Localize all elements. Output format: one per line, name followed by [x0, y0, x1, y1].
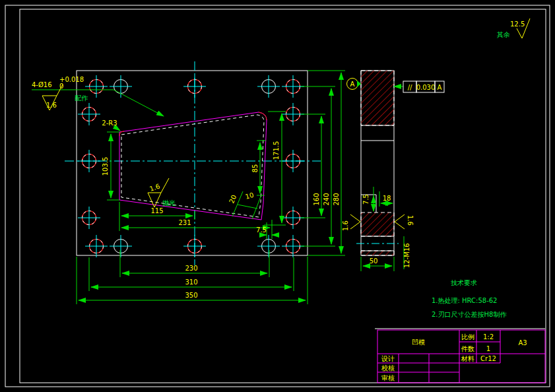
tech-req-item: 2.刃口尺寸公差按H8制作: [432, 311, 507, 318]
hatch-regions: [361, 71, 394, 255]
fillet-arc: [259, 112, 267, 120]
dim-step-depth: 7.5: [362, 194, 370, 205]
qty-label: 件数: [461, 345, 474, 352]
hole-callout-text: 4-Ø16: [32, 81, 52, 88]
title-block: 凹模 比例 1:2 件数 1 A3 材料 Cr12 设计 校核 审核: [375, 329, 545, 383]
roughness-left-value: 1.6: [342, 220, 349, 231]
hole-fit-note: 配作: [75, 94, 88, 102]
dim-20: 20: [228, 194, 238, 205]
fcf-tolerance: 0.030: [416, 84, 436, 91]
datum-triangle-icon: [357, 81, 361, 87]
dim-350: 350: [185, 292, 197, 299]
default-roughness-note: 其余 12.5: [497, 18, 530, 38]
dim-160: 160: [313, 193, 320, 205]
dim-280: 280: [333, 193, 340, 205]
fillet-callout: 2-R3: [102, 119, 117, 127]
tech-req-item: 1.热处理: HRC:58-62: [432, 297, 497, 304]
fcf-symbol: //: [408, 84, 412, 91]
part-name: 凹模: [412, 339, 425, 346]
dim-103-5: 103.5: [102, 157, 109, 176]
bolt-holes: [78, 75, 304, 257]
roughness-check-icon: [395, 214, 405, 229]
material-label: 材料: [461, 355, 474, 362]
dim-310: 310: [185, 278, 197, 286]
surplus-label: 其余: [497, 31, 510, 38]
sign-row-label: 校核: [381, 364, 395, 372]
hole-roughness-value: 1.6: [46, 102, 57, 109]
section-roughness-right: 1.6: [395, 214, 414, 229]
hole-callout: 4-Ø16 +0.018 0 配作 1.6: [32, 76, 88, 110]
edge-roughness-value: 1.6: [148, 183, 161, 193]
datum-label: A: [350, 81, 355, 88]
scale-value: 1:2: [483, 333, 494, 341]
tech-req-title: 技术要求: [451, 279, 477, 286]
feature-control-frame: // 0.030 A: [394, 81, 444, 92]
fcf-datum: A: [438, 84, 442, 91]
section-roughness-left: 1.6: [342, 214, 360, 231]
cad-drawing-screen: 其余 12.5: [0, 0, 555, 392]
sign-row-label: 设计: [381, 355, 395, 362]
dim-18: 18: [383, 195, 391, 202]
die-cavity-outline: [119, 112, 267, 220]
scale-label: 比例: [461, 333, 474, 341]
datum-marker: A: [347, 79, 362, 90]
section-view: 7.5 18 50 12-M16 1.6 1.6 A // 0.030: [342, 71, 444, 271]
edge-finish-note: 抛光: [162, 199, 176, 207]
dim-10: 10: [245, 191, 255, 201]
surplus-roughness-value: 12.5: [510, 20, 525, 28]
dim-230: 230: [185, 265, 197, 272]
material-value: Cr12: [480, 355, 496, 362]
dim-240: 240: [323, 193, 330, 205]
dimension-texts: 103.5 85 171.5 160 240 280 115 231 7.5 2…: [102, 119, 340, 299]
dim-231: 231: [178, 219, 191, 226]
sheet-size: A3: [518, 339, 527, 346]
dim-115: 115: [150, 207, 163, 214]
qty-value: 1: [486, 345, 490, 352]
dim-7-5: 7.5: [256, 226, 267, 234]
roughness-right-value: 1.6: [407, 215, 414, 226]
sign-row-label: 审核: [381, 374, 395, 381]
dim-85: 85: [251, 164, 259, 173]
dim-171-5: 171.5: [273, 141, 280, 160]
technical-requirements: 技术要求 1.热处理: HRC:58-62 2.刃口尺寸公差按H8制作: [432, 279, 507, 318]
drawing-border: [5, 5, 550, 387]
cad-canvas: 其余 12.5: [0, 0, 555, 392]
roughness-check-icon: [350, 214, 360, 229]
dim-50: 50: [370, 257, 378, 265]
main-view: 103.5 85 171.5 160 240 280 115 231 7.5 2…: [32, 61, 345, 304]
thread-callout: 12-M16: [403, 243, 410, 268]
